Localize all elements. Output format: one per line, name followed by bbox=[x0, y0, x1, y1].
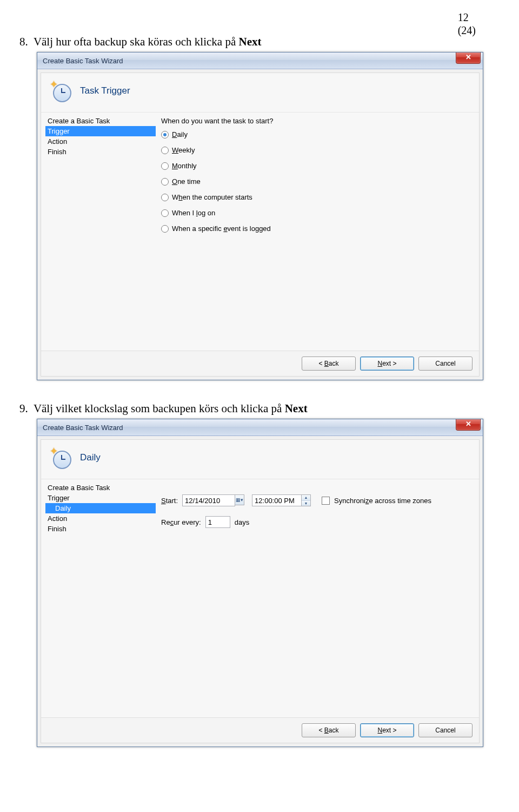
sidebar-item-create[interactable]: Create a Basic Task bbox=[45, 116, 156, 126]
titlebar[interactable]: Create Basic Task Wizard ✕ bbox=[37, 52, 483, 69]
radio-label: When a specific event is logged bbox=[172, 225, 271, 233]
radio-label: When the computer starts bbox=[172, 193, 252, 201]
recur-unit-label: days bbox=[235, 518, 249, 526]
start-date-field[interactable]: 12/14/2010 bbox=[182, 494, 235, 506]
radio-label: Weekly bbox=[172, 146, 195, 154]
radio-logon[interactable]: When I log on bbox=[161, 209, 474, 217]
calendar-chevron-icon: ▦▾ bbox=[236, 498, 243, 502]
recur-value-field[interactable]: 1 bbox=[205, 516, 230, 528]
sidebar-item-trigger[interactable]: Trigger bbox=[45, 493, 156, 503]
window-title: Create Basic Task Wizard bbox=[43, 57, 123, 65]
wizard-sidebar: Create a Basic Task Trigger Daily Action… bbox=[41, 479, 156, 717]
back-button[interactable]: < Back bbox=[302, 723, 356, 737]
time-spinner[interactable]: ▲ ▼ bbox=[302, 494, 311, 506]
radio-weekly[interactable]: Weekly bbox=[161, 146, 474, 154]
wizard-clock-icon: ✦ bbox=[51, 447, 71, 468]
radio-icon bbox=[161, 178, 169, 186]
dialog-daily: Create Basic Task Wizard ✕ ✦ Daily Creat… bbox=[37, 419, 483, 747]
close-icon[interactable]: ✕ bbox=[456, 419, 481, 431]
sidebar-item-create[interactable]: Create a Basic Task bbox=[45, 483, 156, 493]
wizard-clock-icon: ✦ bbox=[51, 81, 71, 101]
radio-monthly[interactable]: Monthly bbox=[161, 162, 474, 170]
radio-label: Monthly bbox=[172, 162, 197, 170]
sidebar-item-action[interactable]: Action bbox=[45, 136, 156, 147]
radio-icon bbox=[161, 194, 169, 201]
trigger-prompt: When do you want the task to start? bbox=[161, 117, 474, 125]
radio-label: When I log on bbox=[172, 209, 215, 217]
sidebar-item-finish[interactable]: Finish bbox=[45, 524, 156, 534]
sidebar-item-daily[interactable]: Daily bbox=[45, 503, 156, 513]
sidebar-item-finish[interactable]: Finish bbox=[45, 147, 156, 157]
cancel-button[interactable]: Cancel bbox=[418, 357, 473, 371]
sync-timezones-checkbox[interactable] bbox=[322, 497, 330, 505]
page-number: 12 (24) bbox=[458, 11, 476, 37]
window-title: Create Basic Task Wizard bbox=[43, 424, 123, 432]
date-picker-icon[interactable]: ▦▾ bbox=[235, 494, 244, 505]
start-time-field[interactable]: 12:00:00 PM bbox=[252, 494, 302, 506]
radio-event[interactable]: When a specific event is logged bbox=[161, 225, 474, 233]
dialog-task-trigger: Create Basic Task Wizard ✕ ✦ Task Trigge… bbox=[37, 52, 483, 380]
close-icon[interactable]: ✕ bbox=[456, 52, 481, 64]
sidebar-item-trigger[interactable]: Trigger bbox=[45, 126, 156, 136]
radio-daily[interactable]: Daily bbox=[161, 130, 474, 138]
radio-onetime[interactable]: One time bbox=[161, 177, 474, 186]
wizard-step-title: Task Trigger bbox=[80, 85, 130, 96]
recur-label: Recur every: bbox=[161, 518, 201, 526]
radio-icon bbox=[161, 131, 169, 138]
radio-label: Daily bbox=[172, 130, 188, 138]
next-button[interactable]: Next > bbox=[360, 357, 414, 371]
chevron-up-icon: ▲ bbox=[302, 495, 310, 501]
cancel-button[interactable]: Cancel bbox=[418, 723, 473, 737]
start-label: Start: bbox=[161, 497, 178, 505]
radio-icon bbox=[161, 209, 169, 217]
radio-icon bbox=[161, 147, 169, 154]
chevron-down-icon: ▼ bbox=[302, 501, 310, 506]
caption-step-8: 8. Välj hur ofta backup ska köras och kl… bbox=[19, 35, 492, 49]
radio-label: One time bbox=[172, 177, 201, 186]
radio-icon bbox=[161, 225, 169, 233]
next-button[interactable]: Next > bbox=[360, 723, 414, 737]
radio-computer-starts[interactable]: When the computer starts bbox=[161, 193, 474, 201]
caption-step-9: 9. Välj vilket klockslag som backupen kö… bbox=[19, 402, 492, 415]
wizard-sidebar: Create a Basic Task Trigger Action Finis… bbox=[41, 113, 156, 351]
back-button[interactable]: < Back bbox=[302, 357, 356, 371]
sync-timezones-label: Synchronize across time zones bbox=[334, 497, 431, 505]
wizard-step-title: Daily bbox=[80, 452, 101, 463]
radio-icon bbox=[161, 162, 169, 170]
titlebar[interactable]: Create Basic Task Wizard ✕ bbox=[37, 419, 483, 436]
sidebar-item-action[interactable]: Action bbox=[45, 513, 156, 524]
